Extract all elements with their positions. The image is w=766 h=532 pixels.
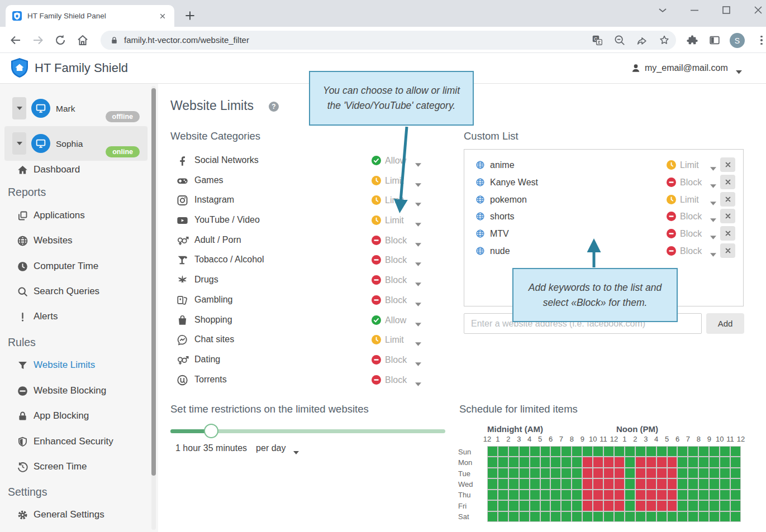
schedule-cell[interactable] bbox=[636, 501, 645, 510]
schedule-cell[interactable] bbox=[593, 447, 603, 456]
schedule-cell[interactable] bbox=[678, 490, 687, 500]
schedule-cell[interactable] bbox=[498, 512, 508, 521]
caret-down-icon[interactable] bbox=[415, 239, 421, 243]
schedule-cell[interactable] bbox=[530, 512, 540, 521]
schedule-cell[interactable] bbox=[720, 457, 730, 467]
schedule-cell[interactable] bbox=[498, 457, 508, 467]
schedule-cell[interactable] bbox=[688, 512, 698, 521]
schedule-cell[interactable] bbox=[699, 447, 708, 456]
caret-down-icon[interactable] bbox=[415, 378, 421, 382]
schedule-cell[interactable] bbox=[625, 447, 635, 456]
remove-button[interactable] bbox=[720, 243, 735, 258]
add-button[interactable]: Add bbox=[706, 313, 744, 334]
schedule-cell[interactable] bbox=[636, 468, 645, 478]
schedule-cell[interactable] bbox=[678, 468, 687, 478]
sidebar-item-dashboard[interactable]: Dashboard bbox=[0, 161, 148, 179]
schedule-cell[interactable] bbox=[720, 501, 730, 510]
schedule-cell[interactable] bbox=[583, 512, 592, 521]
schedule-cell[interactable] bbox=[657, 479, 667, 488]
schedule-cell[interactable] bbox=[731, 479, 740, 488]
schedule-cell[interactable] bbox=[530, 447, 540, 456]
schedule-cell[interactable] bbox=[646, 501, 656, 510]
schedule-cell[interactable] bbox=[498, 479, 508, 488]
schedule-cell[interactable] bbox=[583, 501, 592, 510]
schedule-cell[interactable] bbox=[593, 501, 603, 510]
caret-down-icon[interactable] bbox=[710, 249, 716, 253]
schedule-cell[interactable] bbox=[625, 457, 635, 467]
caret-down-icon[interactable] bbox=[415, 219, 421, 223]
schedule-cell[interactable] bbox=[520, 479, 529, 488]
schedule-cell[interactable] bbox=[583, 490, 592, 500]
schedule-cell[interactable] bbox=[615, 457, 624, 467]
schedule-cell[interactable] bbox=[562, 512, 571, 521]
tab-search-chevron-icon[interactable] bbox=[656, 3, 669, 17]
schedule-cell[interactable] bbox=[551, 468, 560, 478]
schedule-cell[interactable] bbox=[668, 468, 677, 478]
schedule-cell[interactable] bbox=[710, 479, 719, 488]
schedule-cell[interactable] bbox=[488, 468, 497, 478]
schedule-cell[interactable] bbox=[509, 447, 518, 456]
schedule-cell[interactable] bbox=[583, 479, 592, 488]
new-tab-button[interactable] bbox=[183, 8, 197, 23]
schedule-cell[interactable] bbox=[604, 490, 613, 500]
schedule-cell[interactable] bbox=[572, 457, 582, 467]
schedule-cell[interactable] bbox=[668, 457, 677, 467]
schedule-cell[interactable] bbox=[668, 479, 677, 488]
schedule-cell[interactable] bbox=[646, 479, 656, 488]
remove-button[interactable] bbox=[720, 226, 735, 241]
side-panel-icon[interactable] bbox=[708, 34, 721, 46]
schedule-cell[interactable] bbox=[688, 468, 698, 478]
lock-icon[interactable] bbox=[110, 36, 119, 45]
schedule-cell[interactable] bbox=[520, 490, 529, 500]
forward-icon[interactable] bbox=[31, 33, 45, 47]
schedule-cell[interactable] bbox=[488, 490, 497, 500]
schedule-cell[interactable] bbox=[593, 512, 603, 521]
caret-down-icon[interactable] bbox=[415, 319, 421, 323]
schedule-cell[interactable] bbox=[551, 447, 560, 456]
schedule-cell[interactable] bbox=[593, 468, 603, 478]
schedule-cell[interactable] bbox=[720, 468, 730, 478]
slider-handle[interactable] bbox=[204, 424, 218, 438]
schedule-cell[interactable] bbox=[583, 447, 592, 456]
caret-down-icon[interactable] bbox=[415, 299, 421, 303]
sidebar-item-website-blocking[interactable]: Website Blocking bbox=[0, 382, 148, 400]
profile-sophia[interactable]: Sophia online bbox=[4, 126, 148, 161]
schedule-cell[interactable] bbox=[604, 447, 613, 456]
schedule-cell[interactable] bbox=[636, 490, 645, 500]
schedule-cell[interactable] bbox=[657, 447, 667, 456]
extensions-puzzle-icon[interactable] bbox=[686, 34, 698, 46]
schedule-cell[interactable] bbox=[668, 512, 677, 521]
schedule-cell[interactable] bbox=[562, 479, 571, 488]
schedule-cell[interactable] bbox=[657, 468, 667, 478]
schedule-cell[interactable] bbox=[530, 501, 540, 510]
schedule-cell[interactable] bbox=[562, 490, 571, 500]
sidebar-item-general-settings[interactable]: General Settings bbox=[0, 506, 148, 524]
schedule-cell[interactable] bbox=[625, 512, 635, 521]
account-menu[interactable]: my_email@mail.com bbox=[630, 63, 742, 74]
schedule-cell[interactable] bbox=[488, 501, 497, 510]
schedule-cell[interactable] bbox=[688, 490, 698, 500]
schedule-cell[interactable] bbox=[488, 479, 497, 488]
bookmark-star-icon[interactable] bbox=[658, 34, 670, 46]
schedule-cell[interactable] bbox=[625, 479, 635, 488]
schedule-cell[interactable] bbox=[593, 479, 603, 488]
schedule-cell[interactable] bbox=[720, 490, 730, 500]
schedule-cell[interactable] bbox=[699, 501, 708, 510]
schedule-cell[interactable] bbox=[509, 457, 518, 467]
profile-expander-icon[interactable] bbox=[12, 97, 26, 119]
schedule-cell[interactable] bbox=[720, 512, 730, 521]
schedule-cell[interactable] bbox=[541, 490, 550, 500]
time-limit-unit[interactable]: per day bbox=[256, 443, 286, 453]
remove-button[interactable] bbox=[720, 175, 735, 189]
schedule-cell[interactable] bbox=[604, 501, 613, 510]
caret-down-icon[interactable] bbox=[415, 358, 421, 362]
sidebar-item-alerts[interactable]: Alerts bbox=[0, 308, 148, 325]
schedule-cell[interactable] bbox=[646, 512, 656, 521]
schedule-cell[interactable] bbox=[720, 447, 730, 456]
schedule-cell[interactable] bbox=[520, 468, 529, 478]
schedule-cell[interactable] bbox=[636, 457, 645, 467]
schedule-cell[interactable] bbox=[488, 512, 497, 521]
maximize-window-icon[interactable] bbox=[720, 3, 733, 17]
sidebar-item-websites[interactable]: Websites bbox=[0, 232, 148, 250]
schedule-cell[interactable] bbox=[520, 501, 529, 510]
